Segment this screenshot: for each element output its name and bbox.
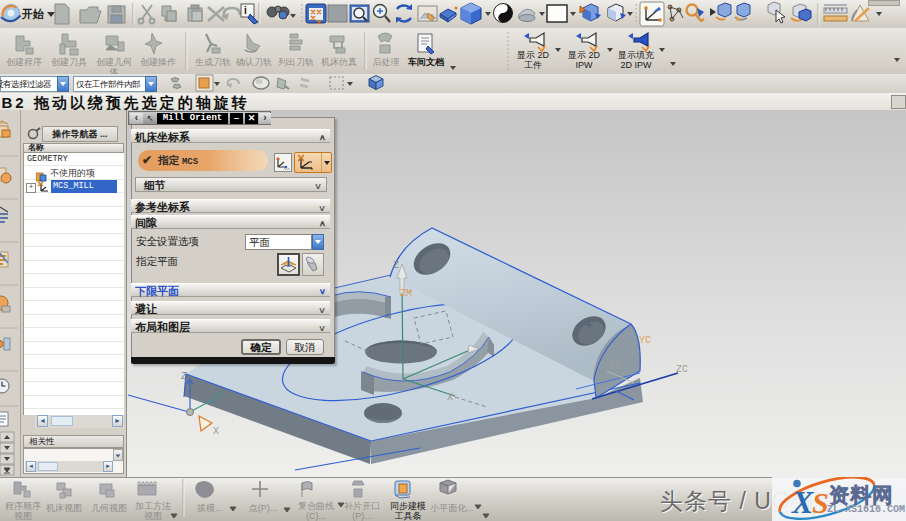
svg-text:YC: YC — [639, 335, 651, 346]
svg-text:X: X — [791, 484, 814, 520]
svg-text:Z: Z — [181, 371, 187, 382]
svg-text:X: X — [447, 392, 453, 403]
svg-text:X: X — [213, 426, 219, 437]
svg-text:ZL.XS1616.COM: ZL.XS1616.COM — [827, 504, 905, 515]
svg-text:ZM: ZM — [400, 288, 412, 299]
svg-text:XC: XC — [609, 361, 621, 372]
svg-text:i: i — [244, 5, 247, 16]
svg-text:ZC: ZC — [676, 364, 688, 375]
svg-text:Y: Y — [216, 391, 222, 402]
svg-text:Z: Z — [393, 260, 399, 271]
svg-text:开始: 开始 — [21, 8, 44, 20]
